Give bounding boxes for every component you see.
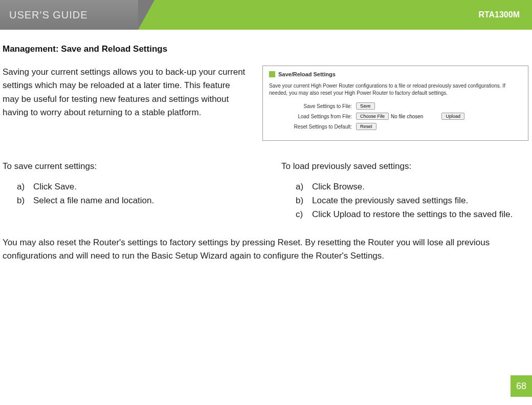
header-title: USER'S GUIDE xyxy=(9,9,88,21)
list-item: c)Click Upload to restore the settings t… xyxy=(296,207,529,221)
col-save: To save current settings: a)Click Save. … xyxy=(3,161,251,222)
save-row: Save Settings to File: Save xyxy=(269,102,522,110)
content: Management: Save and Reload Settings Sav… xyxy=(0,30,532,263)
list-item: b)Select a file name and location. xyxy=(17,194,251,207)
save-steps-list: a)Click Save. b)Select a file name and l… xyxy=(3,180,251,207)
load-label: Load Settings from File: xyxy=(269,114,356,119)
header-gray-tab: USER'S GUIDE xyxy=(0,0,138,30)
list-item: a)Click Browse. xyxy=(296,180,529,194)
col-save-heading: To save current settings: xyxy=(3,161,251,172)
square-icon xyxy=(269,71,275,77)
reset-row: Reset Settings to Default: Reset xyxy=(269,123,522,130)
screenshot-header: Save/Reload Settings xyxy=(269,71,522,77)
list-text: Click Save. xyxy=(33,180,77,194)
top-row: Saving your current settings allows you … xyxy=(3,66,529,141)
upload-button[interactable]: Upload xyxy=(441,113,464,120)
section-title: Management: Save and Reload Settings xyxy=(3,44,529,54)
list-text: Select a file name and location. xyxy=(33,194,154,207)
page-number: 68 xyxy=(511,375,532,397)
intro-paragraph: Saving your current settings allows you … xyxy=(3,66,247,119)
load-row: Load Settings from File: Choose File No … xyxy=(269,113,522,120)
screenshot-title: Save/Reload Settings xyxy=(278,71,336,77)
no-file-text: No file chosen xyxy=(391,114,423,119)
load-steps-list: a)Click Browse. b)Locate the previously … xyxy=(281,180,529,222)
header-bar: USER'S GUIDE RTA1300M xyxy=(0,0,532,30)
reset-label: Reset Settings to Default: xyxy=(269,124,356,130)
list-text: Click Browse. xyxy=(312,180,365,194)
list-marker: c) xyxy=(296,207,312,221)
col-load-heading: To load previously saved settings: xyxy=(281,161,529,172)
list-text: Click Upload to restore the settings to … xyxy=(312,207,513,221)
list-item: b)Locate the previously saved settings f… xyxy=(296,194,529,207)
footer-paragraph: You may also reset the Router's settings… xyxy=(3,236,529,263)
screenshot-panel: Save/Reload Settings Save your current H… xyxy=(262,66,528,141)
col-load: To load previously saved settings: a)Cli… xyxy=(281,161,529,222)
list-item: a)Click Save. xyxy=(17,180,251,194)
save-label: Save Settings to File: xyxy=(269,103,356,109)
list-text: Locate the previously saved settings fil… xyxy=(312,194,468,207)
list-marker: b) xyxy=(17,194,33,207)
header-model: RTA1300M xyxy=(478,10,520,19)
list-marker: a) xyxy=(17,180,33,194)
save-button[interactable]: Save xyxy=(356,102,375,110)
list-marker: b) xyxy=(296,194,312,207)
instruction-columns: To save current settings: a)Click Save. … xyxy=(3,161,529,222)
reset-button[interactable]: Reset xyxy=(356,123,376,130)
screenshot-desc: Save your current High Power Router conf… xyxy=(269,82,522,96)
list-marker: a) xyxy=(296,180,312,194)
choose-file-button[interactable]: Choose File xyxy=(356,113,389,120)
